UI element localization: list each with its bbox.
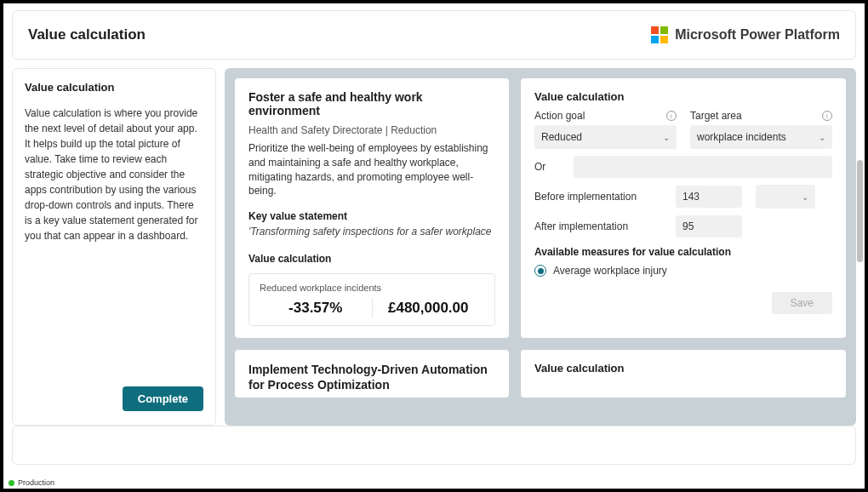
after-input[interactable] [676,215,742,237]
sidebar-title: Value calculation [25,81,203,94]
objective-title: Foster a safe and healthy work environme… [248,90,495,117]
brand-name: Microsoft Power Platform [675,27,840,43]
objective-description: Prioritize the well-being of employees b… [248,141,495,198]
vc-box-label: Reduced workplace incidents [260,283,484,293]
measure-option-radio[interactable]: Average workplace injury [534,265,832,277]
objective-card: Foster a safe and healthy work environme… [235,78,509,338]
status-indicator: Production [9,478,54,487]
form2-title: Value calculation [534,362,832,375]
value-calculation-form: Value calculation Action goali Reduced⌄ … [521,78,846,338]
complete-button[interactable]: Complete [123,386,203,411]
measure-option-label: Average workplace injury [553,265,667,277]
or-input[interactable] [574,156,832,178]
radio-selected-icon [534,265,546,277]
info-icon[interactable]: i [822,111,832,121]
value-calculation-label: Value calculation [248,253,495,265]
target-area-select[interactable]: workplace incidents⌄ [690,125,832,149]
chevron-down-icon: ⌄ [663,133,670,142]
form-title: Value calculation [534,90,832,103]
target-area-label: Target area [690,110,742,122]
sidebar-panel: Value calculation Value calculation is w… [12,68,216,426]
before-input[interactable] [676,186,742,208]
before-label: Before implementation [534,191,662,203]
objective-subtitle: Health and Safety Directorate | Reductio… [248,124,495,136]
value-calculation-box: Reduced workplace incidents -33.57% £480… [248,273,495,326]
microsoft-logo-icon [651,26,668,43]
brand-logo: Microsoft Power Platform [651,26,840,43]
page-header: Value calculation Microsoft Power Platfo… [12,10,856,60]
action-goal-label: Action goal [534,110,585,122]
status-dot-icon [9,480,14,486]
main-content: Foster a safe and healthy work environme… [225,68,856,426]
chevron-down-icon: ⌄ [819,133,825,142]
page-title: Value calculation [28,26,146,43]
objective-card-2: Implement Technology-Driven Automation f… [235,350,509,398]
metric-percentage: -33.57% [260,298,372,318]
after-label: After implementation [534,220,662,232]
key-value-statement-text: 'Transforming safety inspections for a s… [248,226,495,237]
objective2-title: Implement Technology-Driven Automation f… [248,362,495,392]
key-value-statement-label: Key value statement [248,210,495,222]
bottom-bar [12,426,856,465]
action-goal-select[interactable]: Reduced⌄ [534,125,677,149]
metric-amount: £480,000.00 [372,298,485,318]
sidebar-description: Value calculation is where you provide t… [25,106,203,243]
status-text: Production [18,478,54,487]
value-calculation-form-2: Value calculation [521,350,846,398]
or-label: Or [534,161,551,173]
chevron-down-icon: ⌄ [802,192,808,202]
save-button[interactable]: Save [772,292,832,314]
scrollbar-thumb[interactable] [857,160,863,262]
before-unit-select[interactable]: ⌄ [756,185,815,209]
scrollbar[interactable] [854,68,865,475]
measures-label: Available measures for value calculation [534,246,832,258]
info-icon[interactable]: i [666,111,677,121]
